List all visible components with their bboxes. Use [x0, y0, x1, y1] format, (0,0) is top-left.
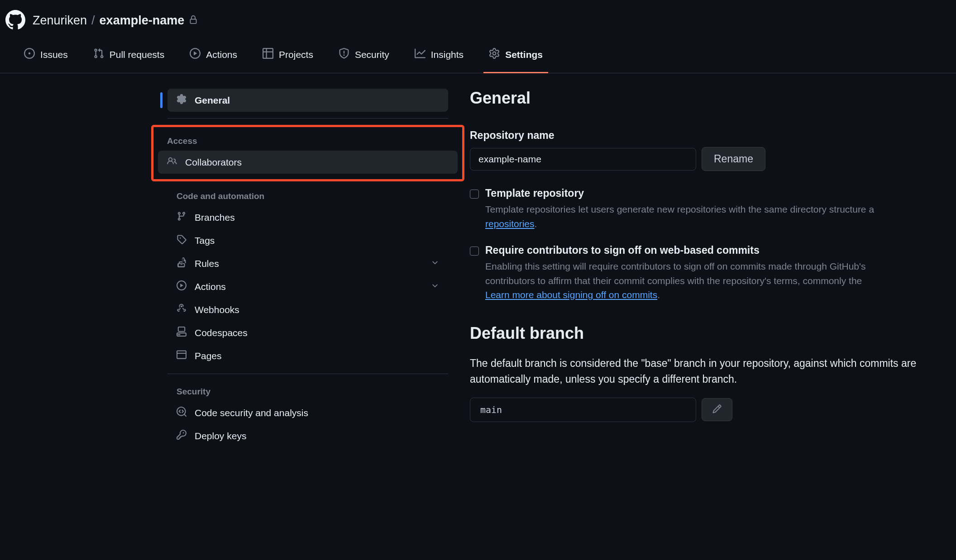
repo-name-label: Repository name — [470, 129, 956, 142]
template-repo-link[interactable]: repositories — [485, 218, 535, 229]
sidebar-item-code-security[interactable]: Code security and analysis — [167, 401, 448, 424]
people-icon — [167, 156, 177, 168]
rules-icon — [177, 257, 186, 270]
template-repo-label: Template repository — [485, 187, 584, 199]
table-icon — [263, 48, 273, 61]
signoff-checkbox[interactable] — [470, 247, 479, 256]
tab-insights[interactable]: Insights — [409, 42, 469, 73]
shield-icon — [339, 48, 349, 61]
template-repo-desc: Template repositories let users generate… — [485, 202, 956, 231]
tab-label: Pull requests — [110, 49, 164, 60]
sidebar-item-general[interactable]: General — [167, 89, 448, 112]
tab-issues[interactable]: Issues — [19, 42, 73, 73]
tab-label: Issues — [40, 49, 68, 60]
tab-label: Projects — [279, 49, 313, 60]
default-branch-name: main — [470, 398, 696, 422]
repo-name-input[interactable] — [470, 148, 696, 171]
template-repo-checkbox[interactable] — [470, 190, 479, 199]
git-pull-request-icon — [93, 48, 104, 61]
github-logo[interactable] — [5, 10, 25, 31]
tab-security[interactable]: Security — [333, 42, 395, 73]
sidebar-item-codespaces[interactable]: Codespaces — [167, 321, 448, 344]
tab-pull-requests[interactable]: Pull requests — [88, 42, 170, 73]
tab-label: Actions — [206, 49, 237, 60]
signoff-desc: Enabling this setting will require contr… — [485, 259, 956, 302]
sidebar-item-deploy-keys[interactable]: Deploy keys — [167, 424, 448, 447]
sidebar-item-webhooks[interactable]: Webhooks — [167, 298, 448, 321]
breadcrumb-owner[interactable]: Zenuriken — [33, 14, 87, 28]
issues-icon — [24, 48, 35, 61]
sidebar-item-label: Rules — [195, 258, 219, 269]
sidebar-item-label: Pages — [195, 351, 222, 361]
play-icon — [177, 280, 186, 293]
sidebar-item-label: Actions — [195, 281, 226, 292]
gear-icon — [489, 48, 500, 61]
pencil-icon — [712, 404, 722, 415]
highlight-annotation: Access Collaborators — [151, 125, 464, 181]
rename-branch-button[interactable] — [702, 398, 732, 421]
page-title: General — [470, 89, 956, 108]
chevron-down-icon — [431, 258, 439, 269]
chevron-down-icon — [431, 281, 439, 292]
sidebar-item-label: General — [195, 95, 230, 106]
sidebar-item-label: Webhooks — [195, 304, 239, 315]
sidebar-item-label: Tags — [195, 235, 215, 246]
lock-icon — [189, 14, 198, 28]
sidebar-item-collaborators[interactable]: Collaborators — [158, 151, 458, 174]
repo-tabs: ode Issues Pull requests Actions Project… — [0, 41, 956, 73]
sidebar-item-tags[interactable]: Tags — [167, 229, 448, 252]
sidebar-heading-access: Access — [158, 130, 458, 151]
key-icon — [177, 430, 186, 442]
sidebar-item-label: Deploy keys — [195, 431, 246, 441]
sidebar-item-actions[interactable]: Actions — [167, 275, 448, 298]
settings-main: General Repository name Rename Template … — [470, 89, 956, 447]
sidebar-item-pages[interactable]: Pages — [167, 344, 448, 367]
rename-button[interactable]: Rename — [702, 147, 765, 171]
tab-actions[interactable]: Actions — [184, 42, 243, 73]
tab-settings[interactable]: Settings — [483, 42, 548, 73]
sidebar-heading-security: Security — [167, 380, 448, 401]
default-branch-title: Default branch — [470, 324, 956, 343]
graph-icon — [415, 48, 425, 61]
signoff-label: Require contributors to sign off on web-… — [485, 244, 760, 256]
codespaces-icon — [177, 327, 186, 339]
repo-header: Zenuriken / example-name — [0, 0, 956, 41]
sidebar-item-rules[interactable]: Rules — [167, 252, 448, 275]
tab-label: Insights — [431, 49, 464, 60]
default-branch-desc: The default branch is considered the "ba… — [470, 356, 956, 388]
sidebar-heading-code: Code and automation — [167, 185, 448, 206]
tab-label: Security — [355, 49, 389, 60]
play-icon — [190, 48, 201, 61]
sidebar-item-label: Collaborators — [185, 157, 242, 168]
tab-label: Settings — [505, 49, 543, 60]
git-branch-icon — [177, 211, 186, 223]
tab-projects[interactable]: Projects — [257, 42, 319, 73]
signoff-link[interactable]: Learn more about signing off on commits — [485, 289, 657, 300]
webhook-icon — [177, 304, 186, 316]
browser-icon — [177, 350, 186, 362]
settings-sidebar: General Access Collaborators Code and au… — [167, 89, 448, 447]
codescan-icon — [177, 407, 186, 419]
breadcrumb-separator: / — [91, 14, 95, 28]
sidebar-divider — [167, 118, 448, 119]
sidebar-item-label: Codespaces — [195, 327, 248, 338]
breadcrumb-repo[interactable]: example-name — [100, 14, 185, 28]
tab-code[interactable]: ode — [0, 42, 4, 73]
sidebar-divider — [167, 374, 448, 374]
tag-icon — [177, 234, 186, 247]
sidebar-item-label: Code security and analysis — [195, 408, 308, 418]
sidebar-item-branches[interactable]: Branches — [167, 206, 448, 229]
gear-icon — [177, 94, 186, 106]
breadcrumb: Zenuriken / example-name — [33, 14, 198, 28]
sidebar-item-label: Branches — [195, 212, 235, 223]
